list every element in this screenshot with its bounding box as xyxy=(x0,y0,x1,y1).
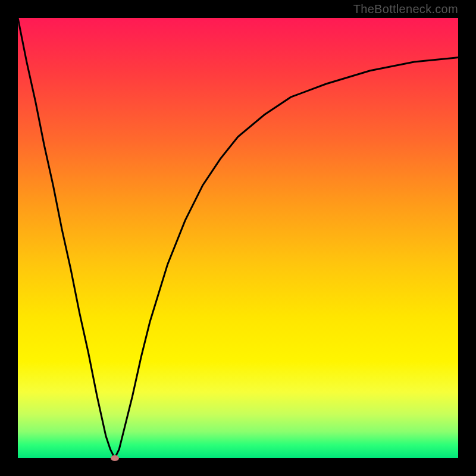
bottleneck-curve-line xyxy=(18,18,458,458)
plot-area xyxy=(18,18,458,458)
minimum-marker xyxy=(111,455,119,461)
curve-svg xyxy=(18,18,458,458)
chart-frame: TheBottleneck.com xyxy=(0,0,476,476)
watermark-label: TheBottleneck.com xyxy=(353,2,458,16)
